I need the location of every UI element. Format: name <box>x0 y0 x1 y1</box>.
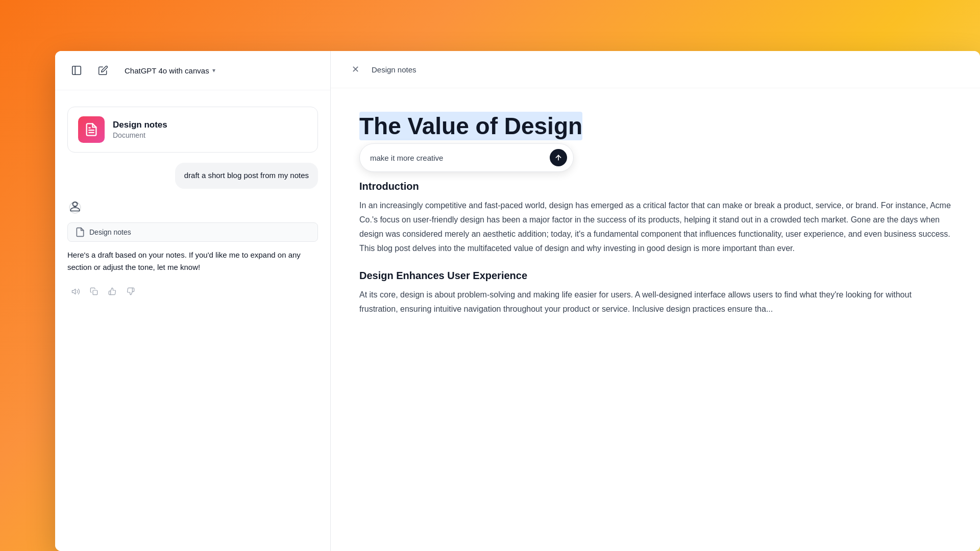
chevron-down-icon: ▾ <box>212 67 215 74</box>
svg-rect-0 <box>72 66 81 75</box>
document-icon-wrapper <box>78 116 105 143</box>
document-icon <box>84 122 99 137</box>
canvas-title-label: Design notes <box>372 65 416 74</box>
model-name-label: ChatGPT 4o with canvas <box>125 66 209 75</box>
send-icon <box>554 154 562 162</box>
volume-button[interactable] <box>67 283 84 299</box>
main-window: ChatGPT 4o with canvas ▾ Desig <box>55 51 980 551</box>
chat-panel: ChatGPT 4o with canvas ▾ Desig <box>55 51 331 551</box>
new-chat-button[interactable] <box>94 61 112 80</box>
inline-prompt-send-button[interactable] <box>550 149 567 166</box>
card-title: Design notes <box>113 120 167 130</box>
chip-label: Design notes <box>89 228 131 236</box>
svg-marker-5 <box>72 289 75 294</box>
copy-button[interactable] <box>86 283 102 299</box>
svg-rect-6 <box>93 290 97 295</box>
section-heading-intro: Introduction <box>359 181 951 192</box>
ai-response: Design notes Here's a draft based on you… <box>67 199 318 300</box>
model-selector[interactable]: ChatGPT 4o with canvas ▾ <box>120 64 219 77</box>
user-message: draft a short blog post from my notes <box>175 163 318 189</box>
thumbs-up-button[interactable] <box>104 283 120 299</box>
design-notes-card[interactable]: Design notes Document <box>67 107 318 153</box>
inline-prompt-text: make it more creative <box>370 154 545 162</box>
ai-avatar <box>67 200 83 215</box>
chat-header: ChatGPT 4o with canvas ▾ <box>55 51 330 90</box>
canvas-content[interactable]: The Value of Design make it more creativ… <box>331 88 980 551</box>
card-text: Design notes Document <box>113 120 167 139</box>
doc-title-highlighted: The Value of Design <box>359 112 582 140</box>
reference-chip[interactable]: Design notes <box>67 222 318 242</box>
canvas-panel: ✕ Design notes The Value of Design make … <box>331 51 980 551</box>
section-body-ux: At its core, design is about problem-sol… <box>359 288 951 316</box>
ai-message-text: Here's a draft based on your notes. If y… <box>67 249 318 274</box>
doc-section-intro: Introduction In an increasingly competit… <box>359 181 951 256</box>
canvas-header: ✕ Design notes <box>331 51 980 88</box>
section-heading-ux: Design Enhances User Experience <box>359 270 951 282</box>
doc-section-ux: Design Enhances User Experience At its c… <box>359 270 951 316</box>
ai-header <box>67 199 318 215</box>
doc-main-title: The Value of Design <box>359 113 951 140</box>
feedback-row <box>67 283 318 299</box>
inline-prompt-box: make it more creative <box>359 143 574 172</box>
close-canvas-button[interactable]: ✕ <box>347 61 363 78</box>
close-icon: ✕ <box>352 64 359 75</box>
sidebar-toggle-button[interactable] <box>67 61 86 80</box>
chat-content: Design notes Document draft a short blog… <box>55 90 330 551</box>
card-subtitle: Document <box>113 131 167 139</box>
section-body-intro: In an increasingly competitive and fast-… <box>359 198 951 256</box>
thumbs-down-button[interactable] <box>122 283 139 299</box>
chip-document-icon <box>75 227 85 237</box>
